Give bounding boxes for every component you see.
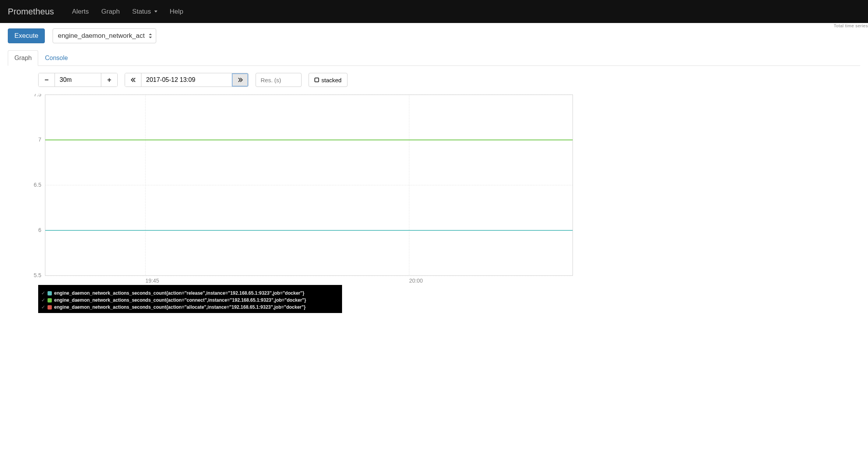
check-icon: ✓ (41, 304, 45, 310)
time-back-button[interactable] (125, 73, 141, 87)
svg-text:7: 7 (38, 136, 41, 143)
stacked-label: stacked (321, 77, 342, 83)
svg-text:6.5: 6.5 (34, 182, 42, 188)
legend: ✓engine_daemon_network_actions_seconds_c… (38, 285, 342, 313)
legend-item[interactable]: ✓engine_daemon_network_actions_seconds_c… (41, 290, 339, 297)
tabs: Graph Console (8, 50, 860, 66)
chart-svg[interactable]: 5.566.577.519:4520:00 (23, 94, 573, 285)
svg-text:7.5: 7.5 (34, 94, 42, 97)
legend-label: engine_daemon_network_actions_seconds_co… (54, 290, 304, 296)
metric-select-value: engine_daemon_network_act (58, 32, 145, 40)
double-chevron-right-icon (238, 78, 243, 82)
nav-status-label: Status (132, 8, 151, 16)
legend-label: engine_daemon_network_actions_seconds_co… (54, 297, 306, 303)
legend-swatch (48, 305, 52, 310)
execute-button[interactable]: Execute (8, 28, 45, 43)
navbar: Prometheus Alerts Graph Status Help (0, 0, 868, 23)
clipped-text: Total time series (834, 23, 868, 28)
graph-controls: − + stacked (8, 66, 860, 94)
query-row: Execute engine_daemon_network_act (8, 28, 860, 43)
double-chevron-left-icon (131, 78, 136, 82)
range-input[interactable] (55, 73, 101, 87)
svg-text:5.5: 5.5 (34, 272, 42, 278)
select-sort-icon (149, 34, 152, 38)
svg-text:6: 6 (38, 227, 41, 233)
time-input[interactable] (141, 73, 232, 87)
stacked-icon (314, 78, 319, 82)
legend-item[interactable]: ✓engine_daemon_network_actions_seconds_c… (41, 304, 339, 311)
legend-item[interactable]: ✓engine_daemon_network_actions_seconds_c… (41, 297, 339, 304)
range-minus-button[interactable]: − (39, 73, 55, 87)
range-plus-button[interactable]: + (101, 73, 117, 87)
metric-select[interactable]: engine_daemon_network_act (53, 28, 156, 43)
nav-alerts[interactable]: Alerts (72, 8, 89, 16)
stacked-toggle[interactable]: stacked (309, 73, 348, 87)
svg-text:20:00: 20:00 (409, 278, 423, 284)
tab-console[interactable]: Console (38, 50, 74, 66)
check-icon: ✓ (41, 297, 45, 303)
legend-label: engine_daemon_network_actions_seconds_co… (54, 304, 305, 310)
time-group (125, 73, 249, 87)
tab-graph[interactable]: Graph (8, 50, 38, 66)
legend-swatch (48, 291, 52, 295)
nav-help[interactable]: Help (170, 8, 183, 16)
legend-swatch (48, 298, 52, 302)
resolution-input[interactable] (256, 73, 302, 87)
nav-graph[interactable]: Graph (101, 8, 120, 16)
chart: 5.566.577.519:4520:00 (23, 94, 846, 285)
nav-status[interactable]: Status (132, 8, 157, 16)
svg-text:19:45: 19:45 (145, 278, 159, 284)
check-icon: ✓ (41, 290, 45, 296)
chevron-down-icon (154, 11, 157, 12)
time-forward-button[interactable] (232, 73, 248, 87)
brand[interactable]: Prometheus (8, 7, 54, 17)
range-group: − + (38, 73, 118, 87)
